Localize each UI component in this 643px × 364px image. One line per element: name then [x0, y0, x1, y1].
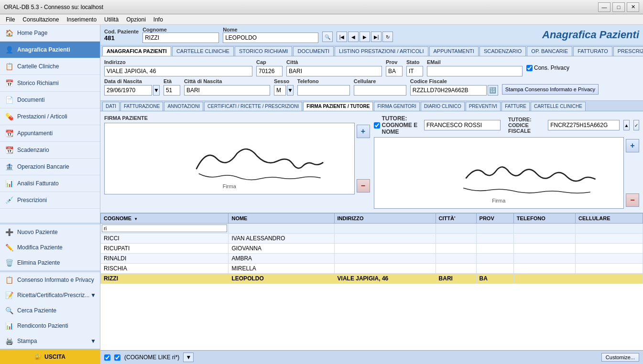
nav-first-button[interactable]: |◀ [337, 32, 347, 42]
sidebar-item-home[interactable]: 🏠 Home Page [0, 25, 100, 42]
cellulare-input[interactable] [354, 85, 406, 96]
table-row[interactable]: RINALDI AMBRA [101, 254, 643, 264]
col-prov[interactable]: PROV [476, 214, 513, 224]
col-citta[interactable]: CITTÀ' [436, 214, 476, 224]
sidebar-item-appuntamenti[interactable]: 📆 Appuntamenti [0, 125, 100, 142]
sidebar-item-prestazioni[interactable]: 💊 Prestazioni / Articoli [0, 108, 100, 125]
email-input[interactable] [427, 66, 523, 76]
col-nome[interactable]: NOME [229, 214, 334, 224]
sub-tab-firma[interactable]: FIRMA PAZIENTE / TUTORE [303, 102, 373, 111]
sidebar-item-anagrafica[interactable]: 👤 Anagrafica Pazienti [0, 42, 100, 58]
tab-anagrafica[interactable]: ANAGRAFICA PAZIENTI [102, 46, 171, 56]
sidebar-item-prescrizioni[interactable]: 💉 Prescrizioni [0, 192, 100, 209]
menu-opzioni[interactable]: Opzioni [122, 15, 150, 24]
sidebar-item-scadenzario[interactable]: 📆 Scadenzario [0, 142, 100, 159]
sub-tab-fatturazione[interactable]: FATTURAZIONE [120, 102, 163, 111]
nav-prev-button[interactable]: ◀ [348, 32, 359, 42]
sidebar-action-nuovo[interactable]: ➕ Nuovo Paziente [0, 225, 100, 240]
table-row[interactable]: RISCHIA MIRELLA [101, 264, 643, 274]
tutore-confirm-button[interactable]: ✓ [633, 120, 639, 130]
filter-dropdown-button[interactable]: ▼ [183, 353, 194, 362]
menu-file[interactable]: File [2, 15, 19, 24]
tab-cartelle[interactable]: CARTELLE CLINICHE [172, 46, 234, 56]
customize-button[interactable]: Customize... [601, 353, 639, 362]
sidebar-item-fatturato[interactable]: 📊 Analisi Fatturato [0, 175, 100, 192]
indirizzo-input[interactable] [104, 66, 252, 76]
data-nascita-dropdown[interactable]: ▼ [153, 85, 160, 96]
sub-tab-dati[interactable]: DATI [102, 102, 120, 111]
sidebar-action-modifica[interactable]: ✏️ Modifica Paziente [0, 240, 100, 255]
sidebar-action-stampa[interactable]: 🖨️ Stampa ▼ [0, 333, 100, 349]
col-cellulare[interactable]: CELLULARE [575, 214, 643, 224]
stampa-consenso-button[interactable]: Stampa Consenso Informato e Privacy [502, 84, 599, 95]
tutore-name-input[interactable] [424, 120, 501, 130]
menu-info[interactable]: Info [150, 15, 167, 24]
nav-last-button[interactable]: ▶| [371, 32, 381, 42]
nome-input[interactable] [223, 32, 318, 43]
firma-paziente-remove-button[interactable]: − [357, 179, 370, 193]
sidebar-action-rendiconto[interactable]: 📊 Rendiconto Pazienti [0, 318, 100, 333]
sidebar-item-documenti[interactable]: 📄 Documenti [0, 92, 100, 108]
minimize-button[interactable]: — [598, 2, 610, 12]
menu-consultazione[interactable]: Consultazione [19, 15, 63, 24]
filter-active-checkbox[interactable] [104, 354, 110, 361]
tab-appuntamenti[interactable]: APPUNTAMENTI [429, 46, 479, 56]
sidebar-item-bancarie[interactable]: 🏦 Operazioni Bancarie [0, 159, 100, 175]
col-cognome[interactable]: COGNOME ▼ [101, 214, 229, 224]
cognome-input[interactable] [142, 32, 219, 43]
tutore-cf-input[interactable] [548, 120, 620, 130]
tab-bancarie[interactable]: OP. BANCARIE [527, 46, 572, 56]
tab-storico[interactable]: STORICO RICHIAMI [235, 46, 292, 56]
cap-input[interactable] [256, 66, 283, 76]
sidebar-item-storico[interactable]: 📅 Storico Richiami [0, 75, 100, 92]
sub-tab-fatture[interactable]: FATTURE [501, 102, 530, 111]
menu-inserimento[interactable]: Inserimento [63, 15, 100, 24]
data-nascita-input[interactable] [104, 85, 152, 96]
sub-tab-annotazioni[interactable]: ANNOTAZIONI [164, 102, 203, 111]
tab-prescrizioni[interactable]: PRESCRIZIONI [613, 46, 643, 56]
sesso-dropdown[interactable]: ▼ [287, 85, 294, 96]
eta-input[interactable] [163, 85, 180, 96]
sidebar-action-cerca[interactable]: 🔍 Cerca Paziente [0, 303, 100, 318]
sub-tab-preventivi[interactable]: PREVENTIVI [466, 102, 501, 111]
prov-input[interactable] [386, 66, 403, 76]
firma-paziente-add-button[interactable]: + [357, 125, 370, 138]
close-button[interactable]: ✕ [627, 2, 639, 12]
sub-tab-cartelle-cliniche[interactable]: CARTELLE CLINICHE [531, 102, 586, 111]
table-row[interactable]: RICUPATI GIOVANNA [101, 244, 643, 254]
tutore-checkbox[interactable] [374, 122, 380, 128]
citta-input[interactable] [286, 66, 382, 76]
sub-tab-firma-genitori[interactable]: FIRMA GENITORI [374, 102, 420, 111]
cognome-filter-input[interactable] [102, 225, 227, 232]
col-indirizzo[interactable]: INDIRIZZO [334, 214, 436, 224]
codice-fiscale-calc-button[interactable]: 🔢 [488, 85, 498, 96]
menu-utilita[interactable]: Utilità [100, 15, 122, 24]
telefono-input[interactable] [297, 85, 350, 96]
tab-listino[interactable]: LISTINO PRESTAZIONI / ARTICOLI [335, 46, 428, 56]
sub-tab-certificati[interactable]: CERTIFICATI / RICETTE / PRESCRIZIONI [204, 102, 302, 111]
tab-scadenzario[interactable]: SCADENZARIO [480, 46, 526, 56]
citta-nascita-input[interactable] [184, 85, 270, 96]
col-telefono[interactable]: TELEFONO [513, 214, 575, 224]
tutore-nav-up-button[interactable]: ▲ [623, 120, 629, 130]
sesso-input[interactable] [274, 85, 286, 96]
stato-input[interactable] [406, 66, 423, 76]
firma-tutore-remove-button[interactable]: − [626, 193, 639, 207]
sidebar-item-cartelle[interactable]: 📋 Cartelle Cliniche [0, 58, 100, 75]
firma-tutore-add-button[interactable]: + [626, 139, 639, 152]
search-button[interactable]: 🔍 [322, 32, 333, 42]
cons-privacy-checkbox[interactable] [526, 65, 533, 71]
tab-fatturato[interactable]: FATTURATO [573, 46, 612, 56]
codice-fiscale-input[interactable] [410, 85, 487, 96]
sidebar-action-elimina[interactable]: 🗑️ Elimina Paziente [0, 255, 100, 270]
uscita-button[interactable]: 🔐 USCITA [0, 350, 100, 364]
table-row[interactable]: RICCI IVAN ALESSANDRO [101, 234, 643, 244]
table-row-selected[interactable]: RIZZI LEOPOLDO VIALE JAPIGIA, 46 BARI BA [101, 274, 643, 284]
nav-refresh-button[interactable]: ↻ [382, 32, 393, 42]
tab-documenti[interactable]: DOCUMENTI [293, 46, 334, 56]
sidebar-action-consenso[interactable]: 📋 Consenso Informato e Privacy [0, 272, 100, 288]
maximize-button[interactable]: □ [612, 2, 625, 12]
sub-tab-diario[interactable]: DIARIO CLINICO [421, 102, 465, 111]
filter-secondary-checkbox[interactable] [114, 354, 120, 361]
sidebar-action-ricetta[interactable]: 📝 Ricetta/Certificato/Prescriz... ▼ [0, 288, 100, 303]
